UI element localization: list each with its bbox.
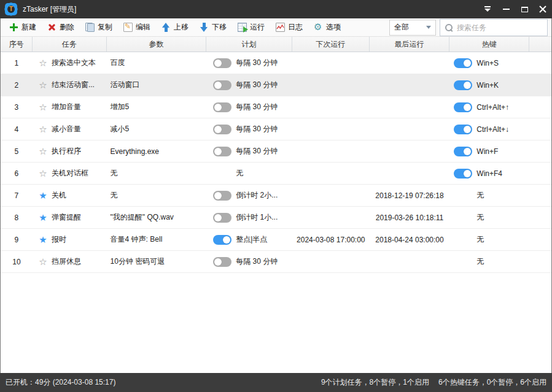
search-box[interactable] xyxy=(440,19,548,36)
schedule-cell: 整点|半点 xyxy=(206,229,292,250)
search-input[interactable] xyxy=(457,23,543,32)
params-cell: 百度 xyxy=(107,52,207,74)
toggle-switch-off[interactable] xyxy=(213,80,231,90)
task-cell: ★关机 xyxy=(33,185,107,206)
task-cell: ☆增加音量 xyxy=(33,96,107,118)
toggle-switch-on[interactable] xyxy=(454,147,472,156)
table-row[interactable]: 2☆结束活动窗...活动窗口每隔 30 分钟Win+K xyxy=(1,74,551,96)
toggle-switch-off[interactable] xyxy=(213,125,231,134)
table-row[interactable]: 5☆执行程序Everything.exe每隔 30 分钟Win+F xyxy=(1,140,551,163)
toggle-switch-on[interactable] xyxy=(213,235,231,245)
task-name: 搜索选中文本 xyxy=(52,58,96,68)
column-header-no[interactable]: 序号 xyxy=(1,37,33,52)
close-button[interactable] xyxy=(534,0,552,18)
table-row[interactable]: 8★弹窗提醒"我的提醒" QQ.wav倒计时 1小...2019-03-26 1… xyxy=(1,207,551,229)
toggle-knob xyxy=(223,236,230,244)
table-row[interactable]: 9★报时音量4 钟声: Bell整点|半点2024-03-08 17:00:00… xyxy=(1,229,551,251)
schedule-cell: 倒计时 1小... xyxy=(206,207,292,228)
toggle-switch-off[interactable] xyxy=(213,58,231,68)
star-outline-icon[interactable]: ☆ xyxy=(37,257,49,266)
filter-dropdown-value: 全部 xyxy=(394,22,409,33)
table-row[interactable]: 4☆减小音量减小5每隔 30 分钟Ctrl+Alt+↓ xyxy=(1,118,551,140)
toolbar-button-label: 上移 xyxy=(174,22,189,33)
edit-icon xyxy=(123,23,133,32)
toolbar-button-label: 新建 xyxy=(21,22,36,33)
next-run-cell xyxy=(292,96,370,118)
maximize-button[interactable] xyxy=(515,0,534,18)
row-number: 10 xyxy=(1,251,33,272)
star-outline-icon[interactable]: ☆ xyxy=(37,147,49,156)
row-number: 8 xyxy=(1,207,33,228)
star-filled-icon[interactable]: ★ xyxy=(37,191,49,200)
filler-cell xyxy=(529,163,551,184)
star-outline-icon[interactable]: ☆ xyxy=(37,80,49,90)
hotkey-cell: 无 xyxy=(449,229,529,250)
schedule-cell: 每隔 30 分钟 xyxy=(206,140,292,162)
toggle-switch-off[interactable] xyxy=(213,102,231,112)
arrow-down-button[interactable]: 下移 xyxy=(194,20,232,34)
toggle-switch-on[interactable] xyxy=(454,80,472,90)
filler-cell xyxy=(529,185,551,206)
task-name: 关机 xyxy=(52,190,66,201)
star-filled-icon[interactable]: ★ xyxy=(37,235,49,244)
params-cell: Everything.exe xyxy=(107,140,207,162)
table-row[interactable]: 7★关机无倒计时 2小...2018-12-19 07:26:18无 xyxy=(1,185,551,207)
last-run-cell xyxy=(370,118,450,140)
options-button[interactable]: 选项 xyxy=(308,20,346,34)
toggle-switch-on[interactable] xyxy=(454,125,472,134)
plus-icon xyxy=(9,23,18,32)
next-run-cell xyxy=(292,140,370,162)
hotkey-cell: 无 xyxy=(449,185,529,206)
table-row[interactable]: 10☆挡屏休息10分钟 密码可退每隔 30 分钟无 xyxy=(1,251,551,273)
hotkey-text: Win+F4 xyxy=(476,169,502,178)
row-number: 4 xyxy=(1,118,33,140)
task-name: 增加音量 xyxy=(52,102,81,112)
column-header-filler xyxy=(529,37,551,52)
arrow-up-button[interactable]: 上移 xyxy=(156,20,194,34)
delete-button[interactable]: 删除 xyxy=(42,20,80,34)
star-outline-icon[interactable]: ☆ xyxy=(37,125,49,134)
table-row[interactable]: 6☆关机对话框无无Win+F4 xyxy=(1,163,551,185)
next-run-cell xyxy=(292,52,370,74)
toggle-switch-off[interactable] xyxy=(213,191,231,201)
star-outline-icon[interactable]: ☆ xyxy=(37,58,49,67)
column-header-hotkey[interactable]: 热键 xyxy=(449,37,529,52)
toggle-switch-off[interactable] xyxy=(213,257,231,267)
filler-cell xyxy=(529,52,551,74)
run-button[interactable]: 运行 xyxy=(232,20,270,34)
task-cell: ★报时 xyxy=(33,229,107,250)
table-row[interactable]: 3☆增加音量增加5每隔 30 分钟Ctrl+Alt+↑ xyxy=(1,96,551,118)
toggle-knob xyxy=(464,148,471,155)
filter-dropdown[interactable]: 全部 xyxy=(389,20,436,36)
edit-button[interactable]: 编辑 xyxy=(118,20,156,34)
hotkey-cell: Win+F xyxy=(449,140,529,162)
toggle-switch-off[interactable] xyxy=(213,213,231,223)
toggle-knob xyxy=(214,148,222,155)
column-header-params[interactable]: 参数 xyxy=(107,37,207,52)
toggle-switch-on[interactable] xyxy=(454,102,472,112)
column-header-task[interactable]: 任务 xyxy=(33,37,107,52)
params-cell: 音量4 钟声: Bell xyxy=(107,229,207,250)
column-header-next-run[interactable]: 下次运行 xyxy=(292,37,370,52)
table-header: 序号任务参数计划下次运行最后运行热键 xyxy=(1,37,551,52)
plus-button[interactable]: 新建 xyxy=(4,20,42,34)
toolbar-button-label: 编辑 xyxy=(136,22,150,33)
row-number: 5 xyxy=(1,140,33,162)
star-outline-icon[interactable]: ☆ xyxy=(37,169,49,178)
column-header-schedule[interactable]: 计划 xyxy=(206,37,292,52)
table-row[interactable]: 1☆搜索选中文本百度每隔 30 分钟Win+S xyxy=(1,52,551,74)
minimize-button[interactable] xyxy=(497,0,515,18)
log-button[interactable]: 日志 xyxy=(270,20,308,34)
toggle-switch-on[interactable] xyxy=(454,58,472,68)
schedule-text: 每隔 30 分钟 xyxy=(236,58,278,68)
toggle-switch-on[interactable] xyxy=(454,169,472,179)
hide-to-tray-button[interactable] xyxy=(478,0,497,18)
toggle-switch-off[interactable] xyxy=(213,147,231,156)
copy-button[interactable]: 复制 xyxy=(80,20,118,34)
star-outline-icon[interactable]: ☆ xyxy=(37,102,49,112)
star-filled-icon[interactable]: ★ xyxy=(37,213,49,222)
uptime-status: 已开机：49分 (2024-03-08 15:17) xyxy=(6,377,115,388)
task-name: 关机对话框 xyxy=(52,168,88,179)
task-cell: ☆挡屏休息 xyxy=(33,251,107,272)
column-header-last-run[interactable]: 最后运行 xyxy=(370,37,450,52)
